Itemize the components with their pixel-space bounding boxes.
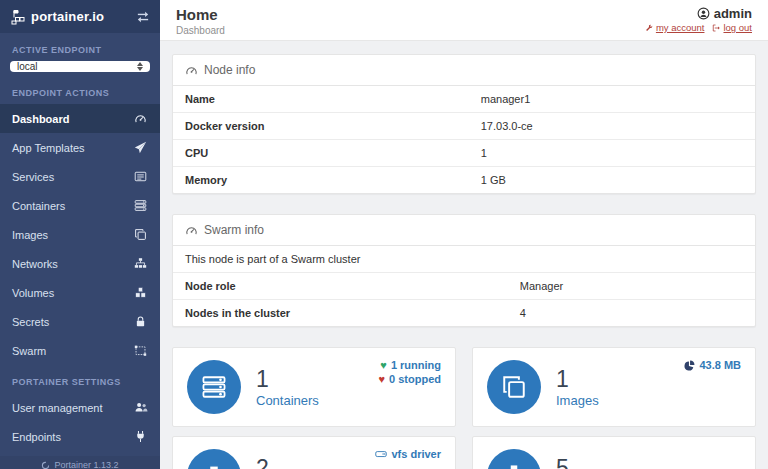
portainer-settings-label: PORTAINER SETTINGS (0, 365, 160, 393)
logged-in-user: admin (645, 6, 752, 21)
account-links: my account log out (645, 22, 752, 33)
rocket-icon (133, 141, 148, 154)
containers-count: 1 (256, 366, 319, 392)
sidebar-item-label: Swarm (12, 345, 46, 357)
sidebar-item-label: Secrets (12, 316, 49, 328)
driver-text: vfs driver (391, 448, 441, 460)
heartbeat-running-icon: ♥ (380, 360, 387, 371)
cubes-icon (187, 449, 241, 469)
panel-title: Node info (204, 63, 255, 77)
sitemap-icon (487, 449, 541, 469)
table-row: Name manager1 (173, 86, 755, 113)
row-label: Docker version (185, 120, 481, 132)
endpoint-select[interactable]: local (10, 61, 150, 72)
heartbeat-stopped-icon: ♥ (379, 374, 386, 385)
breadcrumb: Dashboard (176, 25, 225, 36)
tile-text: 1 Images (556, 366, 599, 408)
size-annotation: 43.8 MB (684, 359, 741, 371)
table-row: Memory 1 GB (173, 167, 755, 193)
networks-count: 5 (556, 455, 610, 469)
portainer-crane-icon (10, 9, 26, 25)
brand-text: portainer.io (31, 9, 104, 24)
swarm-info-table: This node is part of a Swarm cluster Nod… (173, 246, 755, 326)
containers-annotations: ♥ 1 running ♥ 0 stopped (379, 359, 441, 385)
log-out-link[interactable]: log out (712, 22, 752, 33)
sidebar-item-endpoints[interactable]: Endpoints (0, 422, 160, 451)
tile-text: 1 Containers (256, 366, 319, 408)
running-text: 1 running (391, 359, 441, 371)
sidebar-item-services[interactable]: Services (0, 162, 160, 191)
row-value: 1 GB (481, 174, 506, 186)
row-label: Name (185, 93, 481, 105)
volumes-annotations: vfs driver (375, 448, 441, 460)
row-label: CPU (185, 147, 481, 159)
table-row: CPU 1 (173, 140, 755, 167)
dashboard-tiles: 1 Containers ♥ 1 running ♥ 0 stopped (172, 347, 756, 469)
user-circle-icon (697, 7, 710, 20)
table-row: Node role Manager (173, 273, 755, 300)
active-endpoint-label: ACTIVE ENDPOINT (0, 33, 160, 61)
row-value: 1 (481, 147, 487, 159)
plug-icon (133, 430, 148, 443)
tachometer-icon (185, 224, 198, 237)
sidebar-item-label: Endpoints (12, 431, 61, 443)
row-value: 4 (520, 307, 526, 319)
row-label: Nodes in the cluster (185, 307, 520, 319)
sidebar-item-dashboard[interactable]: Dashboard (0, 104, 160, 133)
sidebar-item-label: Networks (12, 258, 58, 270)
table-row: Docker version 17.03.0-ce (173, 113, 755, 140)
images-annotations: 43.8 MB (684, 359, 741, 371)
tachometer-icon (185, 64, 198, 77)
node-info-panel: Node info Name manager1 Docker version 1… (172, 54, 756, 194)
swarm-info-header: Swarm info (173, 215, 755, 246)
object-group-icon (133, 344, 148, 357)
my-account-label: my account (656, 22, 705, 33)
clone-icon (133, 228, 148, 241)
sidebar-item-networks[interactable]: Networks (0, 249, 160, 278)
containers-tile[interactable]: 1 Containers ♥ 1 running ♥ 0 stopped (172, 347, 456, 427)
sidebar-item-user-management[interactable]: User management (0, 393, 160, 422)
sidebar-item-images[interactable]: Images (0, 220, 160, 249)
endpoint-actions-menu: Dashboard App Templates Services (0, 104, 160, 365)
tile-text: 5 Networks (556, 455, 610, 469)
node-info-table: Name manager1 Docker version 17.03.0-ce … (173, 86, 755, 193)
sidebar-item-swarm[interactable]: Swarm (0, 336, 160, 365)
hdd-icon (375, 448, 387, 460)
sidebar-item-secrets[interactable]: Secrets (0, 307, 160, 336)
my-account-link[interactable]: my account (645, 22, 705, 33)
sidebar-item-label: Dashboard (12, 113, 69, 125)
sidebar-item-volumes[interactable]: Volumes (0, 278, 160, 307)
running-annotation: ♥ 1 running (380, 359, 441, 371)
server-icon (133, 199, 148, 212)
driver-annotation: vfs driver (375, 448, 441, 460)
sidebar-toggle-exchange-icon[interactable] (136, 11, 150, 23)
sidebar-item-label: App Templates (12, 142, 85, 154)
networks-tile[interactable]: 5 Networks (472, 436, 756, 469)
select-arrows-icon (137, 62, 143, 71)
images-label: Images (556, 393, 599, 408)
row-value: Manager (520, 280, 563, 292)
sidebar-item-label: Images (12, 229, 48, 241)
sidebar-item-containers[interactable]: Containers (0, 191, 160, 220)
username: admin (714, 6, 752, 21)
volumes-count: 2 (256, 455, 306, 469)
volumes-tile[interactable]: 2 Volumes vfs driver (172, 436, 456, 469)
row-value: 17.03.0-ce (481, 120, 533, 132)
sidebar-footer: Portainer 1.13.2 (0, 456, 160, 469)
users-icon (133, 401, 148, 414)
portainer-settings-menu: User management Endpoints (0, 393, 160, 456)
portainer-logo[interactable]: portainer.io (10, 9, 104, 25)
stopped-annotation: ♥ 0 stopped (379, 373, 441, 385)
sidebar-item-label: Services (12, 171, 54, 183)
table-row: Nodes in the cluster 4 (173, 300, 755, 326)
sidebar: portainer.io ACTIVE ENDPOINT local ENDPO… (0, 0, 160, 469)
row-label: Node role (185, 280, 520, 292)
panel-title: Swarm info (204, 223, 264, 237)
title-block: Home Dashboard (176, 6, 225, 40)
user-block: admin my account log out (645, 6, 752, 40)
images-tile[interactable]: 1 Images 43.8 MB (472, 347, 756, 427)
sidebar-item-app-templates[interactable]: App Templates (0, 133, 160, 162)
wrench-icon (645, 24, 653, 32)
images-count: 1 (556, 366, 599, 392)
endpoint-select-value: local (17, 61, 38, 72)
